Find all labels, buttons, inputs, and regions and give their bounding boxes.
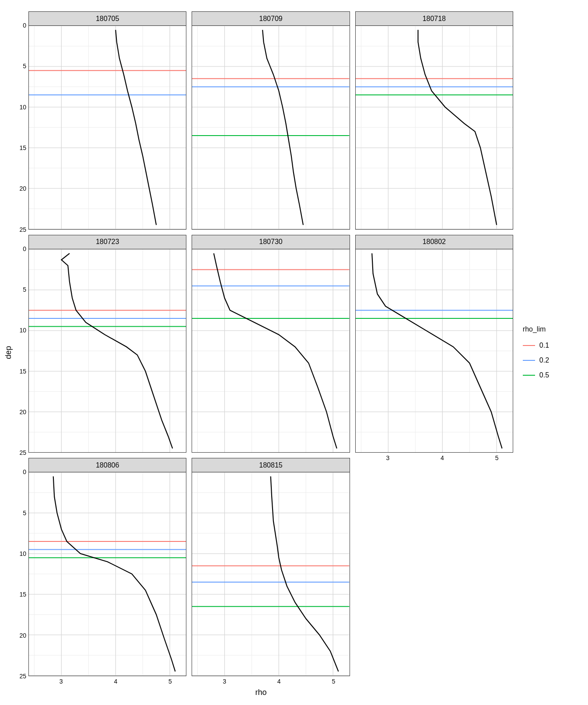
legend-key-icon	[523, 371, 535, 380]
facet-panel	[192, 472, 350, 676]
facet-panel	[28, 249, 186, 453]
facet-strip: 180815	[192, 458, 350, 472]
legend-item: 0.5	[523, 371, 584, 380]
y-tick-label: 10	[9, 327, 26, 334]
x-tick-label: 3	[60, 678, 63, 685]
facet-strip: 180709	[192, 11, 350, 25]
y-tick-label: 15	[9, 368, 26, 375]
legend-key-icon	[523, 341, 535, 350]
facet-label: 180806	[96, 461, 119, 469]
facet-panel	[355, 25, 513, 230]
y-tick-label: 25	[9, 673, 26, 680]
x-tick-label: 5	[332, 678, 335, 685]
facet-label: 180815	[259, 461, 282, 469]
y-tick-label: 20	[9, 408, 26, 415]
plot-area: dep 180705051015202518070918071818072305…	[4, 7, 518, 698]
x-tick-label: 3	[223, 678, 226, 685]
y-ticks: 0510152025	[9, 25, 26, 230]
x-tick-label: 3	[386, 454, 390, 461]
y-tick-label: 25	[9, 226, 26, 233]
y-tick-label: 0	[9, 468, 26, 475]
legend-title: rho_lim	[523, 325, 584, 333]
y-ticks: 0510152025	[9, 472, 26, 676]
y-tick-label: 15	[9, 591, 26, 598]
facet-strip: 180705	[28, 11, 186, 25]
facet-label: 180802	[423, 238, 446, 246]
facet-strip: 180723	[28, 235, 186, 249]
facet-panel	[28, 25, 186, 230]
facet-panel	[355, 249, 513, 453]
facet-cell: 180815345	[192, 458, 350, 676]
facet-cell: 180718	[355, 11, 513, 230]
x-ticks: 345	[192, 678, 350, 687]
facet-label: 180718	[423, 15, 446, 23]
facet-strip: 180718	[355, 11, 513, 25]
x-ticks: 345	[355, 454, 513, 463]
figure: dep 180705051015202518070918071818072305…	[0, 0, 588, 705]
facet-panel	[28, 472, 186, 676]
facet-label: 180723	[96, 238, 119, 246]
y-tick-label: 0	[9, 245, 26, 252]
facet-strip: 180730	[192, 235, 350, 249]
y-tick-label: 5	[9, 286, 26, 293]
y-tick-label: 20	[9, 185, 26, 192]
y-tick-label: 15	[9, 144, 26, 151]
x-tick-label: 5	[168, 678, 172, 685]
facet-label: 180705	[96, 15, 119, 23]
facet-cell: 180730	[192, 235, 350, 453]
x-tick-label: 5	[495, 454, 499, 461]
legend-item: 0.1	[523, 341, 584, 350]
y-tick-label: 10	[9, 104, 26, 111]
facet-cell: 180802345	[355, 235, 513, 453]
facet-cell: 1808060510152025345	[28, 458, 186, 676]
x-tick-label: 4	[441, 454, 444, 461]
legend-item-label: 0.1	[539, 342, 549, 349]
facet-panel	[192, 249, 350, 453]
y-tick-label: 0	[9, 22, 26, 29]
facet-label: 180730	[259, 238, 282, 246]
y-tick-label: 20	[9, 632, 26, 639]
y-tick-label: 10	[9, 550, 26, 557]
facet-cell: 1807050510152025	[28, 11, 186, 230]
legend-item-label: 0.5	[539, 371, 549, 379]
facet-grid: 1807050510152025180709180718180723051015…	[28, 11, 513, 676]
y-tick-label: 5	[9, 63, 26, 70]
legend-item-label: 0.2	[539, 356, 549, 364]
facet-cell: 1807230510152025	[28, 235, 186, 453]
facet-strip: 180806	[28, 458, 186, 472]
facet-cell: 180709	[192, 11, 350, 230]
y-tick-label: 5	[9, 510, 26, 517]
x-tick-label: 4	[277, 678, 281, 685]
x-axis-label: rho	[255, 688, 266, 697]
y-tick-label: 25	[9, 449, 26, 456]
y-ticks: 0510152025	[9, 249, 26, 453]
legend-item: 0.2	[523, 356, 584, 365]
x-tick-label: 4	[114, 678, 117, 685]
facet-panel	[192, 25, 350, 230]
x-ticks: 345	[28, 678, 186, 687]
legend-key-icon	[523, 356, 535, 365]
facet-label: 180709	[259, 15, 282, 23]
legend: rho_lim 0.10.20.5	[518, 325, 584, 380]
facet-strip: 180802	[355, 235, 513, 249]
